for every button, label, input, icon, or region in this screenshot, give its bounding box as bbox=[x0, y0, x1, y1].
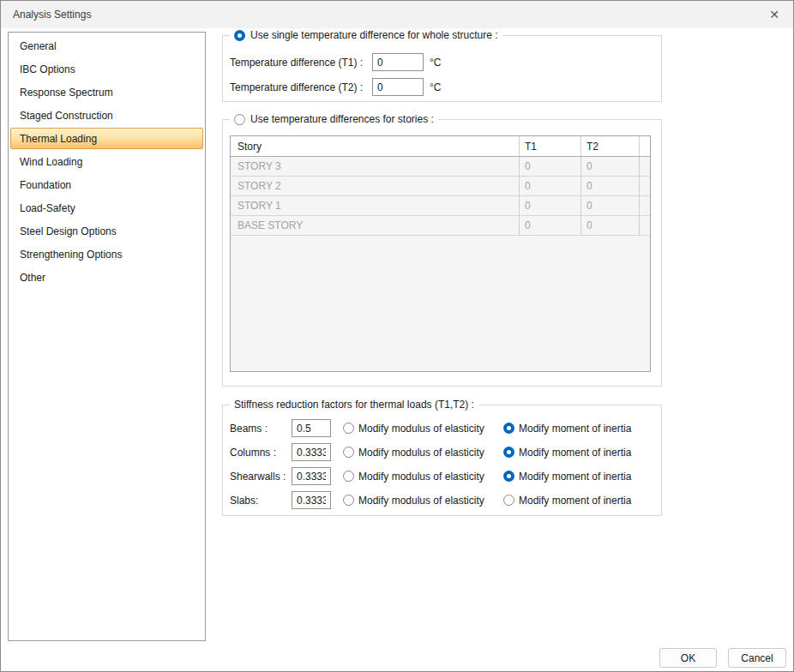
story-table-row: STORY 3 0 0 bbox=[231, 157, 650, 177]
sidebar-item-label: Staged Construction bbox=[20, 110, 113, 122]
row-spacer bbox=[639, 157, 650, 176]
story-cell: BASE STORY bbox=[231, 219, 519, 231]
inertia-option: Modify moment of inertia bbox=[503, 495, 631, 507]
modulus-radio[interactable] bbox=[343, 447, 354, 458]
stiffness-group: Stiffness reduction factors for thermal … bbox=[222, 405, 662, 516]
story-table-header: Story T1 T2 bbox=[231, 136, 650, 157]
stiffness-row-label: Slabs: bbox=[230, 495, 292, 507]
modulus-radio[interactable] bbox=[343, 423, 354, 434]
sidebar: General IBC Options Response Spectrum St… bbox=[8, 32, 206, 641]
t2-cell: 0 bbox=[580, 157, 639, 176]
stiffness-group-label: Stiffness reduction factors for thermal … bbox=[234, 399, 474, 411]
modulus-radio[interactable] bbox=[343, 471, 354, 482]
inertia-radio-label: Modify moment of inertia bbox=[519, 495, 631, 507]
analysis-settings-dialog: Analysis Settings ✕ General IBC Options … bbox=[0, 0, 794, 672]
story-temp-radio-label: Use temperature differences for stories … bbox=[250, 113, 434, 125]
modulus-option: Modify modulus of elasticity bbox=[343, 447, 503, 459]
modulus-option: Modify modulus of elasticity bbox=[343, 423, 503, 435]
sidebar-item-label: Foundation bbox=[20, 179, 71, 191]
story-cell: STORY 1 bbox=[231, 200, 519, 212]
sidebar-item[interactable]: Foundation bbox=[10, 173, 203, 196]
stiffness-value-input[interactable] bbox=[292, 467, 331, 485]
temperature-t2-input[interactable] bbox=[372, 78, 424, 96]
stiffness-row: Slabs: Modify modulus of elasticity Modi… bbox=[230, 491, 656, 509]
sidebar-item[interactable]: Response Spectrum bbox=[10, 81, 203, 104]
sidebar-item-label: Wind Loading bbox=[20, 156, 82, 168]
row-spacer bbox=[639, 216, 650, 235]
inertia-radio[interactable] bbox=[503, 495, 514, 506]
stiffness-value-input[interactable] bbox=[292, 443, 331, 461]
stiffness-row-label: Beams : bbox=[230, 423, 292, 435]
inertia-radio-label: Modify moment of inertia bbox=[519, 471, 631, 483]
inertia-radio-label: Modify moment of inertia bbox=[519, 447, 631, 459]
window-title: Analysis Settings bbox=[13, 9, 91, 21]
t2-field-label: Temperature difference (T2) : bbox=[230, 81, 372, 93]
single-temp-radio-label: Use single temperature difference for wh… bbox=[250, 29, 498, 41]
row-spacer bbox=[639, 196, 650, 215]
modulus-option: Modify modulus of elasticity bbox=[343, 471, 503, 483]
stiffness-row-label: Shearwalls : bbox=[230, 471, 292, 483]
modulus-radio-label: Modify modulus of elasticity bbox=[358, 495, 484, 507]
story-table-row: STORY 1 0 0 bbox=[231, 196, 650, 216]
story-cell: STORY 2 bbox=[231, 180, 519, 192]
sidebar-item-label: Response Spectrum bbox=[20, 87, 113, 99]
modulus-radio[interactable] bbox=[343, 495, 354, 506]
sidebar-item[interactable]: General bbox=[10, 34, 203, 57]
sidebar-item[interactable]: Other bbox=[10, 266, 203, 289]
modulus-radio-label: Modify modulus of elasticity bbox=[358, 471, 484, 483]
story-table-body: STORY 3 0 0 STORY 2 0 0 STORY 1 0 0 BASE… bbox=[231, 157, 650, 236]
sidebar-item-label: Load-Safety bbox=[20, 202, 75, 214]
sidebar-item-label: Strengthening Options bbox=[20, 249, 122, 261]
sidebar-item[interactable]: Steel Design Options bbox=[10, 219, 203, 243]
story-table: Story T1 T2 STORY 3 0 0 STORY 2 0 0 STOR… bbox=[230, 135, 651, 372]
sidebar-item-label: Other bbox=[20, 272, 45, 284]
single-temp-radio[interactable] bbox=[234, 30, 245, 41]
sidebar-item[interactable]: IBC Options bbox=[10, 57, 203, 81]
t1-cell: 0 bbox=[519, 157, 580, 176]
cancel-button[interactable]: Cancel bbox=[728, 648, 786, 668]
story-cell: STORY 3 bbox=[231, 160, 519, 172]
modulus-option: Modify modulus of elasticity bbox=[343, 495, 503, 507]
stiffness-row: Columns : Modify modulus of elasticity M… bbox=[230, 443, 656, 461]
t1-unit: °C bbox=[430, 57, 441, 69]
modulus-radio-label: Modify modulus of elasticity bbox=[358, 423, 484, 435]
t2-cell: 0 bbox=[580, 196, 639, 215]
t2-column-header: T2 bbox=[580, 136, 639, 156]
stiffness-group-label-wrap: Stiffness reduction factors for thermal … bbox=[230, 398, 478, 411]
stiffness-row: Beams : Modify modulus of elasticity Mod… bbox=[230, 419, 656, 437]
inertia-option: Modify moment of inertia bbox=[503, 471, 631, 483]
sidebar-item[interactable]: Thermal Loading bbox=[10, 128, 203, 149]
ok-button[interactable]: OK bbox=[659, 648, 717, 668]
sidebar-item-label: IBC Options bbox=[20, 63, 75, 75]
stiffness-value-input[interactable] bbox=[292, 419, 331, 437]
sidebar-item[interactable]: Wind Loading bbox=[10, 150, 203, 173]
close-button[interactable]: ✕ bbox=[764, 6, 785, 23]
t2-unit: °C bbox=[430, 81, 441, 93]
sidebar-item-label: General bbox=[20, 40, 57, 52]
stiffness-row-label: Columns : bbox=[230, 447, 292, 459]
sidebar-item[interactable]: Strengthening Options bbox=[10, 243, 203, 266]
inertia-radio-label: Modify moment of inertia bbox=[519, 423, 631, 435]
sidebar-item[interactable]: Staged Construction bbox=[10, 104, 203, 127]
story-table-row: BASE STORY 0 0 bbox=[231, 216, 650, 236]
inertia-radio[interactable] bbox=[503, 423, 514, 434]
story-temp-group: Use temperature differences for stories … bbox=[222, 119, 662, 387]
story-temp-radio[interactable] bbox=[234, 114, 245, 125]
header-spacer bbox=[639, 136, 650, 156]
t1-field-label: Temperature difference (T1) : bbox=[230, 57, 372, 69]
t1-cell: 0 bbox=[519, 216, 580, 235]
inertia-radio[interactable] bbox=[503, 471, 514, 482]
sidebar-item-label: Steel Design Options bbox=[20, 225, 117, 237]
inertia-option: Modify moment of inertia bbox=[503, 423, 631, 435]
t2-cell: 0 bbox=[580, 216, 639, 235]
stiffness-value-input[interactable] bbox=[292, 491, 331, 509]
sidebar-item[interactable]: Load-Safety bbox=[10, 196, 203, 219]
t2-field-row: Temperature difference (T2) : °C bbox=[230, 78, 441, 96]
t1-field-row: Temperature difference (T1) : °C bbox=[230, 53, 441, 71]
temperature-t1-input[interactable] bbox=[372, 53, 424, 71]
inertia-radio[interactable] bbox=[503, 447, 514, 458]
single-temp-group-label: Use single temperature difference for wh… bbox=[230, 28, 502, 42]
t1-cell: 0 bbox=[519, 196, 580, 215]
modulus-radio-label: Modify modulus of elasticity bbox=[358, 447, 484, 459]
story-table-row: STORY 2 0 0 bbox=[231, 177, 650, 196]
